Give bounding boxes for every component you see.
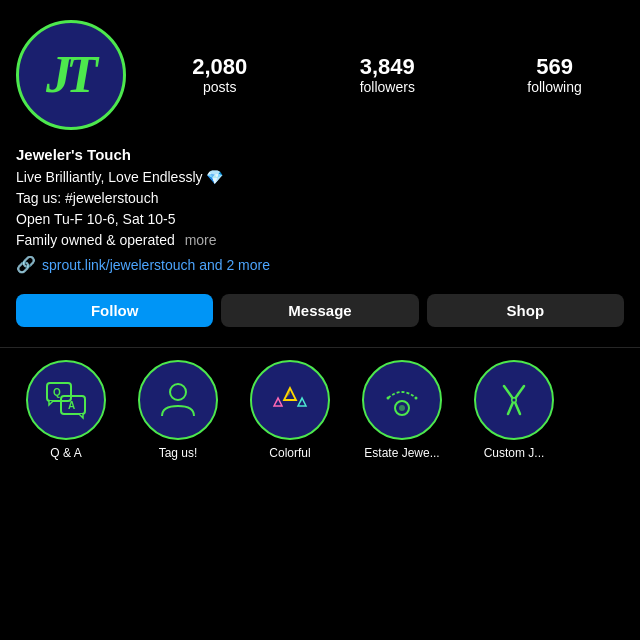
following-label: following	[527, 79, 581, 95]
bio-line-1: Live Brilliantly, Love Endlessly 💎	[16, 167, 624, 188]
gems-icon	[268, 378, 312, 422]
shop-button[interactable]: Shop	[427, 294, 624, 327]
svg-point-6	[170, 384, 186, 400]
bio-more[interactable]: more	[185, 232, 217, 248]
profile-header: J T 2,080 posts 3,849 followers 569 foll…	[0, 0, 640, 142]
link-text: sprout.link/jewelerstouch and 2 more	[42, 257, 270, 273]
svg-marker-8	[274, 398, 278, 406]
profile-name: Jeweler's Touch	[16, 146, 624, 163]
following-count: 569	[536, 55, 573, 79]
svg-marker-12	[298, 398, 302, 406]
bio-line-4: Family owned & operated more	[16, 230, 624, 251]
svg-text:A: A	[68, 400, 75, 411]
highlight-label-estate: Estate Jewe...	[352, 446, 452, 460]
svg-marker-10	[284, 388, 290, 400]
highlight-label-custom: Custom J...	[464, 446, 564, 460]
bio-line-2: Tag us: #jewelerstouch	[16, 188, 624, 209]
svg-point-16	[415, 397, 418, 400]
divider	[0, 347, 640, 348]
svg-text:T: T	[66, 46, 100, 103]
person-icon	[156, 378, 200, 422]
qa-icon: Q A	[44, 378, 88, 422]
stats-row: 2,080 posts 3,849 followers 569 followin…	[150, 55, 624, 95]
highlight-tagus[interactable]: Tag us!	[128, 360, 228, 460]
highlight-qa[interactable]: Q A Q & A	[16, 360, 116, 460]
highlight-circle-colorful	[250, 360, 330, 440]
svg-text:Q: Q	[53, 387, 61, 398]
follow-button[interactable]: Follow	[16, 294, 213, 327]
highlight-circle-estate	[362, 360, 442, 440]
svg-point-14	[399, 405, 405, 411]
link-icon: 🔗	[16, 255, 36, 274]
highlight-custom[interactable]: Custom J...	[464, 360, 564, 460]
highlight-colorful[interactable]: Colorful	[240, 360, 340, 460]
highlight-circle-tagus	[138, 360, 218, 440]
highlight-label-colorful: Colorful	[240, 446, 340, 460]
highlight-label-tagus: Tag us!	[128, 446, 228, 460]
highlight-label-qa: Q & A	[16, 446, 116, 460]
pliers-icon	[492, 378, 536, 422]
followers-count: 3,849	[360, 55, 415, 79]
avatar-container: J T	[16, 20, 126, 130]
message-button[interactable]: Message	[221, 294, 418, 327]
posts-label: posts	[203, 79, 236, 95]
highlight-circle-qa: Q A	[26, 360, 106, 440]
profile-link[interactable]: 🔗 sprout.link/jewelerstouch and 2 more	[16, 255, 624, 274]
followers-label: followers	[360, 79, 415, 95]
highlights-row: Q A Q & A Tag us!	[0, 352, 640, 468]
stat-followers[interactable]: 3,849 followers	[360, 55, 415, 95]
stat-posts[interactable]: 2,080 posts	[192, 55, 247, 95]
posts-count: 2,080	[192, 55, 247, 79]
avatar: J T	[16, 20, 126, 130]
avatar-logo-icon: J T	[36, 40, 106, 110]
bio-section: Jeweler's Touch Live Brilliantly, Love E…	[0, 142, 640, 286]
action-buttons: Follow Message Shop	[0, 286, 640, 343]
stat-following[interactable]: 569 following	[527, 55, 581, 95]
bio-line-3: Open Tu-F 10-6, Sat 10-5	[16, 209, 624, 230]
svg-point-15	[387, 397, 390, 400]
highlight-circle-custom	[474, 360, 554, 440]
highlight-estate[interactable]: Estate Jewe...	[352, 360, 452, 460]
svg-point-22	[513, 399, 516, 402]
necklace-icon	[380, 378, 424, 422]
